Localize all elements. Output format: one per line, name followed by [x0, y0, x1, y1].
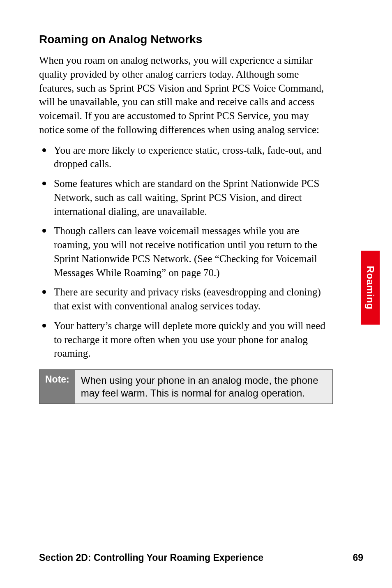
- bullet-list: You are more likely to experience static…: [39, 143, 333, 361]
- footer-page-number: 69: [353, 552, 363, 563]
- list-item: You are more likely to experience static…: [39, 143, 333, 171]
- side-tab-text: Roaming: [364, 266, 376, 309]
- footer-section: Section 2D: Controlling Your Roaming Exp…: [39, 552, 263, 563]
- section-heading: Roaming on Analog Networks: [39, 33, 333, 46]
- side-tab: Roaming: [361, 251, 380, 325]
- page-content: Roaming on Analog Networks When you roam…: [39, 33, 333, 404]
- page-footer: Section 2D: Controlling Your Roaming Exp…: [39, 552, 363, 563]
- list-item: There are security and privacy risks (ea…: [39, 285, 333, 313]
- list-item: Though callers can leave voicemail messa…: [39, 224, 333, 279]
- note-label: Note:: [39, 370, 75, 404]
- list-item: Some features which are standard on the …: [39, 177, 333, 218]
- intro-paragraph: When you roam on analog networks, you wi…: [39, 53, 333, 137]
- note-box: Note: When using your phone in an analog…: [39, 369, 333, 404]
- list-item: Your battery’s charge will deplete more …: [39, 319, 333, 360]
- note-text: When using your phone in an analog mode,…: [75, 370, 332, 404]
